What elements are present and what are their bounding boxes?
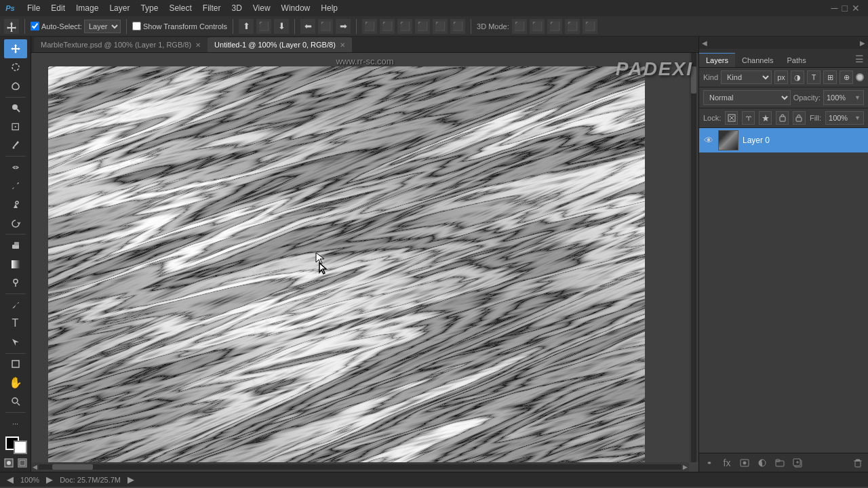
menu-select[interactable]: Select	[163, 2, 197, 14]
path-select-tool[interactable]	[4, 333, 27, 352]
transform-controls-checkbox[interactable]	[132, 22, 141, 30]
panel-left-arrow[interactable]: ◀	[702, 39, 707, 47]
filter-smart-icon[interactable]: ⊞	[823, 70, 837, 84]
menu-view[interactable]: View	[248, 2, 276, 14]
add-mask-btn[interactable]	[737, 455, 752, 470]
lock-position-btn[interactable]	[759, 111, 772, 125]
lasso-tool[interactable]	[4, 77, 27, 96]
dist2-btn[interactable]: ⬛	[397, 19, 412, 34]
tab-channels[interactable]: Channels	[735, 54, 780, 67]
dodge-tool[interactable]	[4, 273, 27, 292]
lock-image-btn[interactable]	[742, 111, 755, 125]
horizontal-scrollbar[interactable]: ◀ ▶	[31, 462, 689, 472]
shape-tool[interactable]	[4, 354, 27, 373]
new-group-btn[interactable]	[772, 455, 787, 470]
document-canvas[interactable]	[48, 66, 645, 472]
opacity-value[interactable]: 100% ▼	[823, 90, 864, 105]
menu-window[interactable]: Window	[276, 2, 316, 14]
align-right-btn[interactable]: ➡	[336, 19, 351, 34]
zoom-tool[interactable]	[4, 392, 27, 411]
vscroll-track[interactable]	[691, 53, 696, 462]
background-color[interactable]	[14, 441, 27, 454]
fill-value[interactable]: 100% ▼	[825, 111, 864, 125]
filter-dot[interactable]	[856, 73, 864, 81]
layer-item-0[interactable]: 👁 Layer 0	[699, 128, 868, 152]
panel-right-arrow[interactable]: ▶	[860, 39, 865, 47]
dist-h-btn[interactable]: ⬛	[362, 19, 377, 34]
move-tool-option[interactable]	[4, 19, 19, 34]
tab-marble-close[interactable]: ✕	[195, 41, 201, 49]
hscroll-right[interactable]: ▶	[682, 464, 689, 470]
menu-3d[interactable]: 3D	[226, 2, 247, 14]
blend-mode-select[interactable]: Normal	[703, 90, 791, 105]
tab-marble[interactable]: MarbleTexture.psd @ 100% (Layer 1, RGB/8…	[34, 37, 208, 52]
3d-btn2[interactable]: ⬛	[530, 19, 545, 34]
status-left-arrow[interactable]: ◀	[7, 474, 14, 485]
screen-mode-tool[interactable]	[16, 457, 28, 469]
auto-select-dropdown[interactable]: Layer	[84, 20, 121, 33]
3d-btn1[interactable]: ⬛	[512, 19, 527, 34]
canvas-wrapper[interactable]: www.rr-sc.com PADEXI ◀	[31, 53, 698, 472]
stamp-tool[interactable]	[4, 195, 27, 214]
hscroll-left[interactable]: ◀	[31, 464, 39, 470]
menu-type[interactable]: Type	[135, 2, 163, 14]
brush-tool[interactable]	[4, 177, 27, 196]
lock-all-btn[interactable]	[793, 111, 806, 125]
hand-tool[interactable]: ✋	[4, 373, 27, 392]
quick-select-tool[interactable]	[4, 99, 27, 118]
align-bottom-btn[interactable]: ⬇	[274, 19, 289, 34]
tab-untitled-close[interactable]: ✕	[340, 41, 345, 49]
crop-tool[interactable]: ⊡	[4, 117, 27, 136]
auto-select-checkbox[interactable]	[31, 22, 39, 30]
filter-type-icon[interactable]: T	[807, 70, 821, 84]
filter-color-icon[interactable]: ⊕	[840, 70, 853, 84]
vertical-scrollbar[interactable]	[689, 53, 698, 462]
menu-edit[interactable]: Edit	[45, 2, 71, 14]
menu-filter[interactable]: Filter	[197, 2, 226, 14]
gradient-tool[interactable]	[4, 255, 27, 274]
menu-layer[interactable]: Layer	[104, 2, 135, 14]
status-right-arrow[interactable]: ▶	[46, 474, 53, 485]
3d-btn4[interactable]: ⬛	[565, 19, 580, 34]
tab-paths[interactable]: Paths	[781, 54, 813, 67]
new-layer-btn[interactable]	[790, 455, 805, 470]
quick-mask-tool[interactable]	[3, 457, 15, 469]
hscroll-track[interactable]	[39, 464, 682, 470]
hscroll-thumb[interactable]	[52, 464, 93, 470]
align-vcenter-btn[interactable]: ⬛	[256, 19, 271, 34]
align-left-btn[interactable]: ⬅	[300, 19, 315, 34]
status-expand[interactable]: ▶	[127, 474, 134, 485]
layer-visibility-0[interactable]: 👁	[703, 135, 714, 146]
filter-select[interactable]: Kind	[721, 70, 772, 84]
menu-image[interactable]: Image	[71, 2, 104, 14]
pen-tool[interactable]	[4, 296, 27, 314]
dist-v-btn[interactable]: ⬛	[380, 19, 395, 34]
align-top-btn[interactable]: ⬆	[239, 19, 254, 34]
window-minimize[interactable]: ─	[831, 3, 838, 14]
tab-layers[interactable]: Layers	[699, 53, 735, 67]
tab-untitled[interactable]: Untitled-1 @ 100% (Layer 0, RGB/8) ✕	[208, 37, 352, 52]
3d-btn3[interactable]: ⬛	[547, 19, 562, 34]
type-tool[interactable]: T	[4, 314, 27, 333]
dist5-btn[interactable]: ⬛	[450, 19, 465, 34]
lock-artboard-btn[interactable]	[776, 111, 789, 125]
history-tool[interactable]	[4, 214, 27, 233]
panel-menu-icon[interactable]: ☰	[851, 51, 868, 67]
dist3-btn[interactable]: ⬛	[415, 19, 430, 34]
menu-help[interactable]: Help	[315, 2, 343, 14]
eraser-tool[interactable]	[4, 236, 27, 255]
lock-transparent-btn[interactable]	[725, 111, 738, 125]
link-layers-btn[interactable]	[702, 455, 717, 470]
filter-adjust-icon[interactable]: ◑	[791, 70, 804, 84]
window-close[interactable]: ✕	[852, 3, 860, 14]
healing-tool[interactable]	[4, 158, 27, 177]
align-hcenter-btn[interactable]: ⬛	[318, 19, 333, 34]
vscroll-thumb[interactable]	[691, 66, 696, 94]
menu-file[interactable]: File	[22, 2, 45, 14]
new-fill-btn[interactable]	[755, 455, 770, 470]
filter-px-icon[interactable]: px	[774, 70, 788, 84]
add-style-btn[interactable]: fx	[719, 455, 734, 470]
window-maximize[interactable]: □	[842, 3, 848, 14]
delete-layer-btn[interactable]	[850, 455, 865, 470]
marquee-tool[interactable]	[4, 58, 27, 77]
